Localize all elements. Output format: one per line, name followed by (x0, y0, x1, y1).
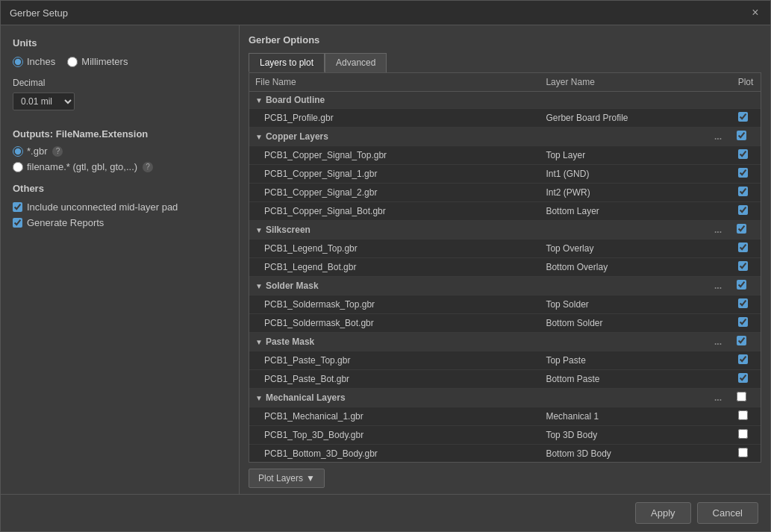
gbr-radio-label[interactable]: *.gbr ? (13, 145, 227, 157)
row-plot-checkbox[interactable] (738, 410, 748, 420)
generate-reports-checkbox[interactable] (13, 218, 22, 228)
filename-radio-label[interactable]: filename.* (gtl, gbl, gto,...) ? (13, 161, 227, 172)
table-row: PCB1_Top_3D_Body.gbrTop 3D Body (249, 426, 761, 445)
group-plot-checkbox[interactable] (737, 392, 746, 401)
outputs-title: Outputs: FileName.Extension (13, 128, 227, 140)
table-row: PCB1_Bottom_3D_Body.gbrBottom 3D Body (249, 445, 761, 463)
table-row: PCB1_Soldermask_Top.gbrTop Solder (249, 295, 761, 314)
table-row: PCB1_Profile.gbrGerber Board Profile (249, 109, 761, 128)
millimeters-radio[interactable] (67, 57, 78, 67)
cell-file-name: PCB1_Copper_Signal_Top.gbr (249, 146, 540, 165)
table-group-row: ▼Board Outline (249, 92, 761, 109)
table-row: PCB1_Paste_Bot.gbrBottom Paste (249, 370, 761, 389)
group-triangle: ▼ (255, 282, 263, 290)
group-plot-checkbox[interactable] (737, 224, 746, 234)
apply-button[interactable]: Apply (635, 502, 691, 524)
table-row: PCB1_Copper_Signal_Bot.gbrBottom Layer (249, 202, 761, 221)
group-triangle: ▼ (255, 338, 263, 346)
table-row: PCB1_Mechanical_1.gbrMechanical 1 (249, 407, 761, 426)
cell-layer-name: Bottom Paste (540, 370, 731, 389)
col-layer-name: Layer Name (540, 73, 731, 92)
group-triangle: ▼ (255, 133, 263, 141)
filename-radio[interactable] (13, 162, 23, 172)
cell-file-name: PCB1_Soldermask_Bot.gbr (249, 314, 540, 333)
include-unconnected-text: Include unconnected mid-layer pad (27, 201, 178, 213)
table-row: PCB1_Copper_Signal_2.gbrInt2 (PWR) (249, 184, 761, 202)
include-unconnected-label[interactable]: Include unconnected mid-layer pad (13, 201, 227, 213)
row-plot-checkbox[interactable] (738, 448, 748, 457)
row-plot-checkbox[interactable] (738, 354, 748, 364)
table-header-row: File Name Layer Name Plot (249, 73, 761, 92)
row-plot-checkbox[interactable] (738, 187, 748, 196)
cancel-button[interactable]: Cancel (697, 502, 758, 524)
table-row: PCB1_Legend_Bot.gbrBottom Overlay (249, 258, 761, 277)
col-file-name: File Name (249, 73, 540, 92)
group-triangle: ▼ (255, 96, 263, 104)
row-plot-checkbox[interactable] (738, 168, 748, 178)
right-panel: Gerber Options Layers to plot Advanced F… (240, 25, 770, 494)
inches-radio[interactable] (13, 57, 23, 67)
close-button[interactable]: × (749, 7, 761, 19)
group-plot-checkbox[interactable] (737, 336, 746, 345)
filename-label: filename.* (gtl, gbl, gto,...) (27, 161, 137, 172)
decimal-label: Decimal (13, 78, 227, 88)
group-plot-checkbox[interactable] (737, 280, 746, 290)
cell-file-name: PCB1_Mechanical_1.gbr (249, 407, 540, 426)
generate-reports-text: Generate Reports (27, 217, 104, 228)
others-section: Others Include unconnected mid-layer pad… (13, 183, 227, 228)
cell-file-name: PCB1_Soldermask_Top.gbr (249, 295, 540, 314)
cell-file-name: PCB1_Bottom_3D_Body.gbr (249, 445, 540, 463)
generate-reports-label[interactable]: Generate Reports (13, 217, 227, 228)
row-plot-checkbox[interactable] (738, 429, 748, 439)
inches-radio-label[interactable]: Inches (13, 56, 55, 67)
row-plot-checkbox[interactable] (738, 242, 748, 252)
cell-layer-name: Bottom Layer (540, 202, 731, 221)
row-plot-checkbox[interactable] (738, 112, 748, 122)
group-plot-checkbox[interactable] (737, 131, 746, 140)
cell-file-name: PCB1_Top_3D_Body.gbr (249, 426, 540, 445)
cell-layer-name: Top Layer (540, 146, 731, 165)
table-group-row: ▼Copper Layers... (249, 128, 761, 146)
layers-table-container: File Name Layer Name Plot ▼Board Outline… (249, 72, 761, 463)
tabs: Layers to plot Advanced (249, 53, 761, 72)
cell-layer-name: Bottom Solder (540, 314, 731, 333)
include-unconnected-checkbox[interactable] (13, 202, 22, 212)
left-panel: Units Inches Millimeters Decimal 0.01 mi… (1, 25, 240, 494)
cell-file-name: PCB1_Copper_Signal_2.gbr (249, 184, 540, 202)
layers-table: File Name Layer Name Plot ▼Board Outline… (249, 73, 761, 463)
table-group-row: ▼Mechanical Layers... (249, 389, 761, 407)
millimeters-label: Millimeters (81, 56, 128, 67)
row-plot-checkbox[interactable] (738, 149, 748, 159)
row-plot-checkbox[interactable] (738, 373, 748, 383)
dialog-title: Gerber Setup (10, 7, 68, 19)
row-plot-checkbox[interactable] (738, 205, 748, 215)
col-plot: Plot (731, 73, 761, 92)
dialog-footer: Apply Cancel (1, 494, 770, 531)
table-row: PCB1_Soldermask_Bot.gbrBottom Solder (249, 314, 761, 333)
outputs-section: Outputs: FileName.Extension *.gbr ? file… (13, 128, 227, 172)
decimal-select[interactable]: 0.01 mil 0.001 mil (13, 93, 75, 110)
cell-file-name: PCB1_Profile.gbr (249, 109, 540, 128)
filename-help-icon[interactable]: ? (143, 162, 153, 172)
row-plot-checkbox[interactable] (738, 261, 748, 271)
group-triangle: ▼ (255, 226, 263, 234)
cell-layer-name: Bottom Overlay (540, 258, 731, 277)
units-section-title: Units (13, 37, 227, 48)
cell-layer-name: Gerber Board Profile (540, 109, 731, 128)
cell-layer-name: Bottom 3D Body (540, 445, 731, 463)
tab-advanced[interactable]: Advanced (325, 53, 387, 72)
plot-layers-button[interactable]: Plot Layers ▼ (249, 469, 325, 488)
units-radio-group: Inches Millimeters (13, 56, 227, 67)
table-group-row: ▼Silkscreen... (249, 221, 761, 240)
cell-layer-name: Top 3D Body (540, 426, 731, 445)
row-plot-checkbox[interactable] (738, 298, 748, 308)
cell-layer-name: Int2 (PWR) (540, 184, 731, 202)
cell-file-name: PCB1_Paste_Top.gbr (249, 351, 540, 370)
millimeters-radio-label[interactable]: Millimeters (67, 56, 128, 67)
tab-layers-to-plot[interactable]: Layers to plot (249, 53, 325, 72)
row-plot-checkbox[interactable] (738, 317, 748, 327)
cell-file-name: PCB1_Legend_Top.gbr (249, 240, 540, 258)
gbr-radio[interactable] (13, 146, 23, 157)
group-triangle: ▼ (255, 394, 263, 402)
gbr-help-icon[interactable]: ? (52, 146, 63, 157)
